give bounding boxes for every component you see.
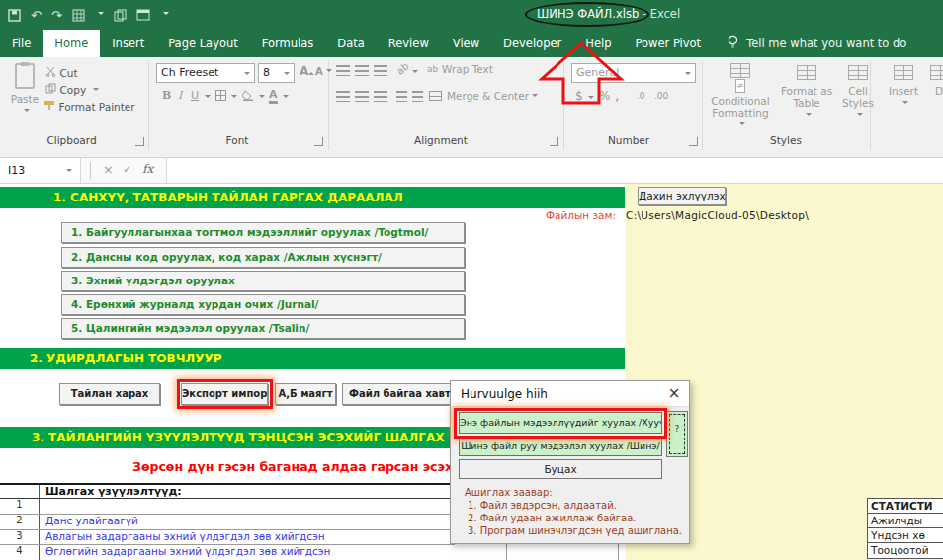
step3-button[interactable]: 3. Эхний үлдэгдэл оруулах	[61, 271, 465, 291]
ab-form-button[interactable]: А,Б маягт	[275, 383, 336, 405]
number-format-combo[interactable]: General	[571, 63, 696, 83]
tab-power-pivot[interactable]: Power Pivot	[623, 30, 713, 57]
instruction-line: 3. Програм шинэчлэгдсэн үед ашиглана.	[465, 524, 682, 537]
step5-button[interactable]: 5. Цалингийн мэдээлэл оруулах /Tsalin/	[61, 318, 465, 339]
align-middle-icon[interactable]	[355, 65, 369, 76]
conditional-formatting-button[interactable]: ≠ Conditional Formatting	[708, 63, 773, 130]
increase-decimal-icon[interactable]: .0	[637, 91, 645, 101]
insert-cells-label: Insert	[882, 85, 925, 97]
stats-row: Үндсэн хө	[868, 528, 943, 543]
enter-icon[interactable]: ✓	[123, 163, 131, 176]
qat-customize-icon[interactable]	[163, 12, 169, 18]
decrease-indent-icon[interactable]	[396, 91, 407, 102]
step2-button[interactable]: 2. Дансны код оруулах, код харах /Ажлын …	[61, 247, 465, 268]
font-size-combo[interactable]: 8	[258, 63, 295, 83]
bold-button[interactable]: B	[162, 89, 171, 102]
copy-tool-icon[interactable]	[114, 9, 127, 22]
number-dialog-launcher-icon[interactable]	[689, 137, 698, 146]
grid-tool-icon[interactable]	[72, 9, 85, 22]
check-item-link[interactable]: Өглөгийн задаргааны эхний үлдэгдэл зөв х…	[40, 545, 455, 560]
grid-line	[618, 544, 619, 560]
insert-cells-button[interactable]: Insert	[882, 63, 925, 130]
align-center-icon[interactable]	[355, 91, 369, 102]
underline-dropdown-icon[interactable]	[205, 95, 211, 101]
decrease-decimal-icon[interactable]: .00	[654, 91, 668, 101]
tab-developer[interactable]: Developer	[491, 30, 573, 57]
borders-dropdown-icon[interactable]	[231, 95, 237, 101]
tab-page-layout[interactable]: Page Layout	[156, 30, 250, 57]
formula-bar-divider	[90, 162, 91, 179]
percent-button[interactable]: %	[599, 89, 610, 103]
font-name-combo[interactable]: Ch Freeset	[156, 63, 255, 83]
tab-help[interactable]: Help	[573, 30, 623, 57]
align-bottom-icon[interactable]	[374, 65, 387, 76]
fill-color-dropdown-icon[interactable]	[259, 95, 265, 101]
undo-icon[interactable]: ↶	[31, 9, 42, 22]
check-item-link[interactable]: Авлагын задаргааны эхний үлдэгдэл зөв хи…	[40, 530, 455, 544]
formula-input[interactable]	[166, 158, 943, 183]
grid-tool-dropdown-icon[interactable]	[98, 12, 104, 18]
tab-review[interactable]: Review	[377, 30, 441, 57]
name-box-dropdown-icon[interactable]	[66, 169, 72, 175]
copy-old-file-button[interactable]: Энэ файлын мэдээллүүдийг хуулах /Хуучин/	[459, 412, 662, 434]
delete-cells-button[interactable]: D	[929, 63, 943, 130]
cut-button[interactable]: Cut	[45, 66, 78, 80]
align-right-icon[interactable]	[374, 91, 387, 102]
currency-dropdown-icon[interactable]	[588, 96, 594, 102]
clipboard-dialog-launcher-icon[interactable]	[135, 137, 144, 146]
align-left-icon[interactable]	[336, 91, 350, 102]
font-color-button[interactable]: A	[269, 88, 278, 104]
currency-button[interactable]: $	[575, 89, 583, 103]
step4-button[interactable]: 4. Ерөнхий журналд хурдан очих /Jurnal/	[61, 294, 465, 315]
increase-indent-icon[interactable]	[412, 91, 423, 102]
cell-styles-button[interactable]: Cell Styles	[836, 63, 880, 130]
name-box[interactable]: I13	[0, 158, 81, 183]
restart-button[interactable]: Дахин эхлүүлэх	[638, 187, 726, 205]
open-folder-button[interactable]: Файл байгаа хавтас руу	[342, 383, 465, 405]
tab-view[interactable]: View	[441, 30, 491, 57]
orientation-icon[interactable]: ab	[394, 60, 411, 76]
tab-file[interactable]: File	[0, 30, 43, 57]
orientation-dropdown-icon[interactable]	[412, 70, 418, 76]
dialog-back-button[interactable]: Буцах	[459, 459, 662, 479]
format-as-table-button[interactable]: Format as Table	[779, 63, 834, 130]
underline-button[interactable]: U	[191, 89, 199, 102]
align-top-icon[interactable]	[336, 65, 350, 76]
alignment-dialog-launcher-icon[interactable]	[550, 137, 558, 146]
dialog-close-icon[interactable]: ×	[665, 381, 683, 407]
shrink-font-button[interactable]: A	[315, 66, 332, 77]
fx-icon[interactable]: fx	[142, 162, 153, 176]
grow-font-button[interactable]: A	[300, 64, 314, 78]
font-dialog-launcher-icon[interactable]	[314, 137, 323, 146]
check-item-link[interactable]: Данс улайгаагүй	[40, 515, 455, 529]
file-path-value: C:\Users\MagicCloud-05\Desktop\	[626, 209, 809, 221]
view-report-button[interactable]: Тайлан харах	[59, 383, 160, 405]
copy-button[interactable]: Copy	[45, 83, 99, 97]
tell-me-box[interactable]: Tell me what you want to do	[727, 30, 906, 57]
copy-new-file-button[interactable]: Шинэ файл руу мэдээлэл хуулах /Шинэ/	[459, 437, 662, 456]
format-painter-label: Format Painter	[59, 101, 135, 113]
table-tool-icon[interactable]	[136, 9, 150, 21]
format-painter-button[interactable]: Format Painter	[43, 100, 135, 114]
font-group-label: Font	[150, 134, 324, 146]
tab-insert[interactable]: Insert	[100, 30, 156, 57]
dialog-help-button[interactable]: ?	[666, 411, 688, 457]
export-import-button[interactable]: Экспорт импорт	[181, 383, 268, 405]
borders-icon[interactable]	[215, 90, 226, 101]
redo-icon[interactable]: ↷	[51, 9, 62, 22]
step1-button[interactable]: 1. Байгууллагынхаа тогтмол мэдээллийг ор…	[61, 222, 465, 243]
tab-data[interactable]: Data	[325, 30, 376, 57]
font-color-dropdown-icon[interactable]	[283, 95, 289, 101]
clipboard-icon	[21, 62, 29, 66]
fill-color-icon[interactable]	[242, 90, 254, 104]
window-title: ШИНЭ ФАЙЛ.xlsb - Excel	[537, 7, 680, 21]
wrap-text-button[interactable]: Wrap Text	[442, 63, 493, 75]
cancel-icon[interactable]: ×	[103, 162, 114, 177]
comma-button[interactable]: ,	[615, 87, 619, 103]
merge-center-button[interactable]: Merge & Center	[447, 90, 538, 102]
save-icon[interactable]	[8, 9, 21, 22]
tab-home[interactable]: Home	[43, 30, 100, 57]
italic-button[interactable]: I	[178, 89, 182, 102]
tab-formulas[interactable]: Formulas	[250, 30, 326, 57]
paste-button[interactable]: Paste	[8, 63, 42, 118]
